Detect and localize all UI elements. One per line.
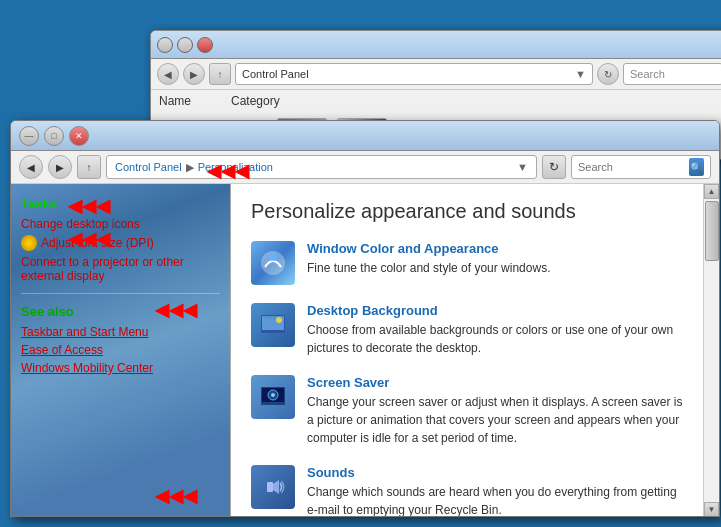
scroll-up-btn[interactable]: ▲	[704, 184, 719, 199]
bg-up-btn[interactable]: ↑	[209, 63, 231, 85]
main-search-input[interactable]	[578, 161, 685, 173]
color-desc: Fine tune the color and style of your wi…	[307, 261, 550, 275]
scroll-thumb[interactable]	[705, 201, 719, 261]
bg-forward-btn[interactable]: ▶	[183, 63, 205, 85]
main-content: Tasks Change desktop icons Adjust font s…	[11, 184, 719, 517]
bg-search-text: Search	[630, 68, 665, 80]
main-address-bar[interactable]: Control Panel ▶ Personalization ▼	[106, 155, 537, 179]
setting-screensaver: Screen Saver Change your screen saver or…	[251, 375, 683, 447]
main-maximize-btn[interactable]: □	[44, 126, 64, 146]
desktop-icon	[251, 303, 295, 347]
svg-point-4	[276, 317, 282, 323]
svg-rect-9	[267, 482, 273, 492]
bg-col-category: Category	[231, 94, 280, 108]
address-sep: ▶	[186, 161, 194, 174]
svg-point-8	[271, 393, 275, 397]
address-dropdown[interactable]: ▼	[517, 161, 528, 173]
sidebar-content: Tasks Change desktop icons Adjust font s…	[21, 196, 220, 375]
main-title-left: — □ ✕	[19, 126, 89, 146]
arrow-projector: ◀◀◀	[155, 299, 197, 321]
main-search-box[interactable]: 🔍	[571, 155, 711, 179]
bg-address-text: Control Panel	[242, 68, 309, 80]
setting-color-text: Window Color and Appearance Fine tune th…	[307, 241, 550, 277]
main-refresh-btn[interactable]: ↻	[542, 155, 566, 179]
arrow-tasks: ◀◀◀	[68, 195, 110, 217]
bg-refresh-btn[interactable]: ↻	[597, 63, 619, 85]
bg-minimize-btn[interactable]	[157, 37, 173, 53]
bg-col-name: Name	[159, 94, 191, 108]
main-minimize-btn[interactable]: —	[19, 126, 39, 146]
main-up-btn[interactable]: ↑	[77, 155, 101, 179]
bg-close-btn[interactable]	[197, 37, 213, 53]
setting-sounds-text: Sounds Change which sounds are heard whe…	[307, 465, 683, 517]
screensaver-icon	[251, 375, 295, 419]
sidebar: Tasks Change desktop icons Adjust font s…	[11, 184, 231, 517]
main-forward-btn[interactable]: ▶	[48, 155, 72, 179]
search-icon[interactable]: 🔍	[689, 158, 704, 176]
arrow-nav: ◀◀◀	[207, 160, 249, 182]
main-window: — □ ✕ ◀ ▶ ↑ Control Panel ▶ Personalizat…	[10, 120, 720, 517]
setting-color: Window Color and Appearance Fine tune th…	[251, 241, 683, 285]
adjust-font-item: Adjust font size (DPI)	[21, 235, 220, 251]
sounds-link[interactable]: Sounds	[307, 465, 683, 480]
bg-address-bar[interactable]: Control Panel ▼	[235, 63, 593, 85]
color-link[interactable]: Window Color and Appearance	[307, 241, 550, 256]
svg-point-1	[269, 253, 277, 261]
setting-desktop-text: Desktop Background Choose from available…	[307, 303, 683, 357]
setting-desktop: Desktop Background Choose from available…	[251, 303, 683, 357]
sidebar-link-desktop-icons[interactable]: Change desktop icons	[21, 217, 220, 231]
bg-header-row: Name Category	[151, 90, 721, 112]
bg-back-btn[interactable]: ◀	[157, 63, 179, 85]
sidebar-link-projector[interactable]: Connect to a projector or other external…	[21, 255, 220, 283]
setting-screensaver-text: Screen Saver Change your screen saver or…	[307, 375, 683, 447]
main-titlebar: — □ ✕	[11, 121, 719, 151]
scrollbar[interactable]: ▲ ▼	[703, 184, 719, 517]
main-close-btn[interactable]: ✕	[69, 126, 89, 146]
tasks-title: Tasks	[21, 196, 220, 211]
sounds-icon	[251, 465, 295, 509]
color-icon	[251, 241, 295, 285]
sidebar-divider	[21, 293, 220, 294]
screensaver-desc: Change your screen saver or adjust when …	[307, 395, 683, 445]
desktop-link[interactable]: Desktop Background	[307, 303, 683, 318]
desktop-desc: Choose from available backgrounds or col…	[307, 323, 673, 355]
bg-maximize-btn[interactable]	[177, 37, 193, 53]
sidebar-link-mobility[interactable]: Windows Mobility Center	[21, 361, 220, 375]
screensaver-link[interactable]: Screen Saver	[307, 375, 683, 390]
arrow-mobility: ◀◀◀	[155, 485, 197, 507]
bg-search-box[interactable]: Search	[623, 63, 721, 85]
main-panel: Personalize appearance and sounds Window…	[231, 184, 703, 517]
adjust-font-icon	[21, 235, 37, 251]
sidebar-link-ease[interactable]: Ease of Access	[21, 343, 220, 357]
sounds-desc: Change which sounds are heard when you d…	[307, 485, 677, 517]
panel-title: Personalize appearance and sounds	[251, 200, 683, 223]
bg-address-dropdown[interactable]: ▼	[575, 68, 586, 80]
bg-titlebar	[151, 31, 721, 59]
setting-sounds: Sounds Change which sounds are heard whe…	[251, 465, 683, 517]
scroll-down-btn[interactable]: ▼	[704, 502, 719, 517]
sidebar-link-taskbar[interactable]: Taskbar and Start Menu	[21, 325, 220, 339]
arrow-change-icons: ◀◀◀	[68, 228, 110, 250]
address-cp[interactable]: Control Panel	[115, 161, 182, 173]
bg-nav-bar: ◀ ▶ ↑ Control Panel ▼ ↻ Search	[151, 59, 721, 90]
main-nav-bar: ◀ ▶ ↑ Control Panel ▶ Personalization ▼ …	[11, 151, 719, 184]
main-back-btn[interactable]: ◀	[19, 155, 43, 179]
